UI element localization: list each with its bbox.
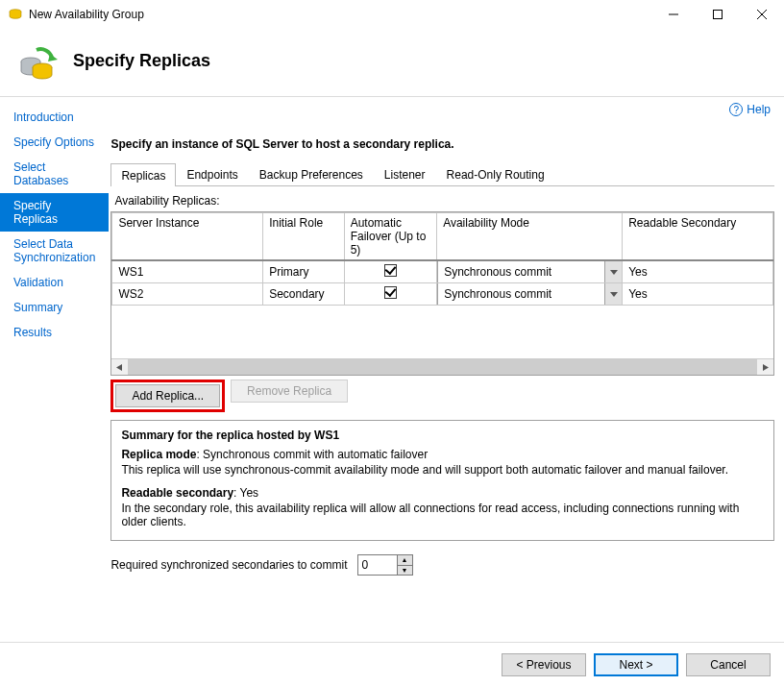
header-icon — [15, 38, 60, 83]
close-button[interactable] — [740, 0, 784, 29]
summary-readable-desc: In the secondary role, this availability… — [121, 502, 764, 528]
svg-marker-8 — [610, 270, 618, 275]
sidebar-item-results[interactable]: Results — [0, 320, 109, 345]
add-replica-highlight: Add Replica... — [110, 380, 225, 412]
cell-role: Secondary — [263, 283, 344, 306]
cell-server: WS1 — [112, 260, 263, 283]
tab-read-only-routing[interactable]: Read-Only Routing — [436, 162, 555, 185]
col-initial-role[interactable]: Initial Role — [263, 213, 344, 261]
sidebar-item-specify-options[interactable]: Specify Options — [0, 130, 109, 155]
sidebar-item-introduction[interactable]: Introduction — [0, 105, 109, 130]
tab-endpoints[interactable]: Endpoints — [176, 162, 248, 185]
scroll-left-icon[interactable] — [111, 359, 128, 375]
table-row[interactable]: WS2 Secondary Synchronous commit Yes — [112, 283, 773, 306]
maximize-button[interactable] — [696, 0, 740, 29]
required-secondaries-stepper[interactable]: ▲ ▼ — [357, 554, 413, 576]
summary-mode-desc: This replica will use synchronous-commit… — [121, 463, 764, 477]
cell-readable[interactable]: Yes — [623, 283, 773, 306]
help-link[interactable]: ? Help — [729, 103, 771, 116]
col-auto-failover[interactable]: Automatic Failover (Up to 5) — [344, 213, 437, 261]
table-row[interactable]: WS1 Primary Synchronous commit Yes — [112, 260, 773, 283]
sidebar-item-specify-replicas[interactable]: Specify Replicas — [0, 193, 109, 232]
cell-readable[interactable]: Yes — [623, 260, 773, 283]
tab-strip: Replicas Endpoints Backup Preferences Li… — [110, 162, 774, 186]
sidebar-item-select-data-sync[interactable]: Select Data Synchronization — [0, 232, 109, 270]
minimize-button[interactable] — [651, 0, 696, 29]
required-secondaries-input[interactable] — [358, 555, 397, 575]
app-icon — [8, 7, 23, 22]
col-server-instance[interactable]: Server Instance — [112, 213, 263, 261]
page-title: Specify Replicas — [73, 51, 210, 71]
summary-readable-label: Readable secondary — [121, 486, 233, 500]
summary-readable-value: Yes — [240, 486, 259, 500]
cancel-button[interactable]: Cancel — [686, 653, 771, 676]
remove-replica-button: Remove Replica — [231, 380, 348, 403]
add-replica-button[interactable]: Add Replica... — [115, 384, 220, 407]
cell-auto-failover[interactable] — [344, 260, 437, 283]
page-header: Specify Replicas — [0, 29, 784, 97]
spin-up-icon[interactable]: ▲ — [398, 555, 412, 566]
cell-auto-failover[interactable] — [344, 283, 437, 306]
cell-availability-mode[interactable]: Synchronous commit — [437, 283, 623, 306]
summary-mode-label: Replica mode — [121, 448, 196, 461]
cell-availability-mode[interactable]: Synchronous commit — [437, 260, 623, 283]
chevron-down-icon — [604, 261, 622, 282]
checkbox-icon — [384, 286, 397, 299]
checkbox-icon — [384, 264, 397, 277]
scroll-right-icon[interactable] — [757, 359, 773, 375]
cell-server: WS2 — [112, 283, 263, 306]
summary-title: Summary for the replica hosted by WS1 — [121, 429, 764, 442]
required-secondaries-label: Required synchronized secondaries to com… — [110, 558, 347, 572]
window-title: New Availability Group — [29, 8, 144, 21]
replica-summary: Summary for the replica hosted by WS1 Re… — [110, 420, 774, 541]
tab-backup-preferences[interactable]: Backup Preferences — [249, 162, 374, 185]
svg-marker-9 — [610, 292, 618, 297]
wizard-footer: < Previous Next > Cancel — [0, 642, 784, 686]
previous-button[interactable]: < Previous — [502, 653, 586, 676]
sidebar-item-select-databases[interactable]: Select Databases — [0, 155, 109, 193]
tab-listener[interactable]: Listener — [374, 162, 436, 185]
titlebar: New Availability Group — [0, 0, 784, 29]
next-button[interactable]: Next > — [594, 653, 678, 676]
wizard-sidebar: Introduction Specify Options Select Data… — [0, 97, 109, 642]
table-caption: Availability Replicas: — [114, 194, 774, 208]
col-readable-secondary[interactable]: Readable Secondary — [623, 213, 773, 261]
chevron-down-icon — [604, 283, 622, 305]
svg-rect-2 — [714, 11, 723, 19]
tab-replicas[interactable]: Replicas — [110, 163, 176, 186]
col-availability-mode[interactable]: Availability Mode — [437, 213, 623, 261]
svg-marker-11 — [763, 364, 769, 371]
help-icon: ? — [729, 103, 743, 116]
spin-down-icon[interactable]: ▼ — [398, 566, 412, 576]
instruction-text: Specify an instance of SQL Server to hos… — [110, 137, 774, 151]
summary-mode-value: Synchronous commit with automatic failov… — [203, 448, 428, 461]
cell-role: Primary — [263, 260, 344, 283]
svg-marker-10 — [116, 364, 122, 371]
horizontal-scrollbar[interactable] — [111, 358, 773, 375]
sidebar-item-validation[interactable]: Validation — [0, 270, 109, 295]
sidebar-item-summary[interactable]: Summary — [0, 295, 109, 320]
replicas-table: Server Instance Initial Role Automatic F… — [110, 211, 774, 376]
